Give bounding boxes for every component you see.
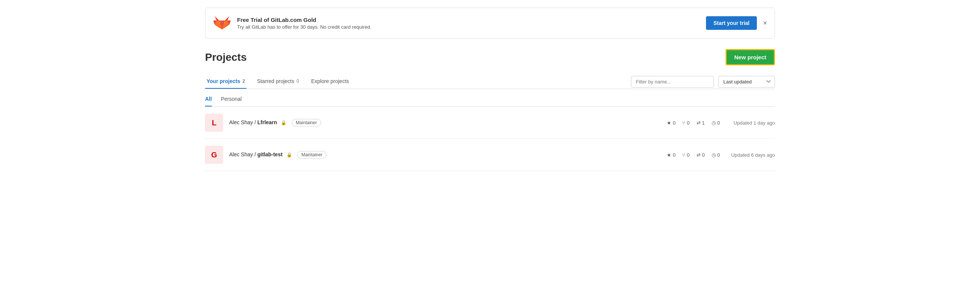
stars-count: 0	[673, 120, 675, 126]
stars-stat: ★ 0	[667, 120, 675, 126]
sub-tab-personal[interactable]: Personal	[221, 94, 242, 106]
start-trial-button[interactable]: Start your trial	[706, 16, 757, 30]
stars-stat: ★ 0	[667, 152, 675, 158]
project-name: Alec Shay / gitlab-test	[229, 151, 284, 157]
tabs-bar: Your projects 2 Starred projects 0 Explo…	[205, 74, 775, 89]
avatar: G	[205, 146, 223, 164]
merge-requests-count: 1	[702, 120, 705, 126]
star-icon: ★	[667, 120, 671, 126]
merge-requests-stat: ⇄ 1	[697, 120, 705, 126]
project-role-badge: Maintainer	[297, 151, 326, 158]
issues-stat: ◷ 0	[712, 152, 720, 158]
filter-input[interactable]	[631, 76, 714, 88]
svg-point-9	[219, 22, 220, 23]
issues-count: 0	[717, 152, 720, 158]
merge-request-icon: ⇄	[697, 120, 701, 126]
banner-title: Free Trial of GitLab.com Gold	[237, 17, 706, 23]
sub-tab-all[interactable]: All	[205, 94, 212, 106]
project-name: Alec Shay / Lfrlearn	[229, 119, 278, 125]
issues-icon: ◷	[712, 152, 716, 158]
tab-explore-projects-label: Explore projects	[311, 78, 348, 84]
page-title: Projects	[205, 51, 247, 63]
banner-close-button[interactable]: ×	[763, 20, 767, 26]
project-stats: ★ 0 ⑂ 0 ⇄ 0 ◷ 0	[667, 152, 720, 158]
project-role-badge: Maintainer	[292, 119, 321, 126]
table-row: L Alec Shay / Lfrlearn 🔒 Maintainer ★ 0 …	[205, 107, 775, 139]
new-project-button[interactable]: New project	[725, 49, 775, 65]
tab-explore-projects[interactable]: Explore projects	[309, 74, 350, 89]
forks-stat: ⑂ 0	[682, 120, 689, 126]
table-row: G Alec Shay / gitlab-test 🔒 Maintainer ★…	[205, 139, 775, 171]
project-repo-name: Lfrlearn	[258, 119, 277, 125]
project-info: Alec Shay / Lfrlearn 🔒 Maintainer	[229, 119, 661, 126]
fork-icon: ⑂	[682, 120, 685, 126]
svg-marker-7	[215, 16, 220, 21]
issues-stat: ◷ 0	[712, 120, 720, 126]
lock-icon: 🔒	[281, 120, 286, 125]
project-updated: Updated 1 day ago	[726, 120, 775, 126]
tab-your-projects-count: 2	[242, 78, 245, 84]
gitlab-logo	[213, 14, 231, 32]
star-icon: ★	[667, 152, 671, 158]
tab-your-projects-label: Your projects	[207, 78, 240, 84]
avatar: L	[205, 114, 223, 132]
issues-icon: ◷	[712, 120, 716, 126]
tab-your-projects[interactable]: Your projects 2	[205, 74, 247, 89]
project-list: L Alec Shay / Lfrlearn 🔒 Maintainer ★ 0 …	[205, 107, 775, 171]
tab-starred-projects-count: 0	[297, 78, 299, 84]
project-owner: Alec Shay	[229, 151, 253, 157]
page-header: Projects New project	[205, 49, 775, 65]
trial-banner: Free Trial of GitLab.com Gold Try all Gi…	[205, 8, 775, 38]
lock-icon: 🔒	[286, 152, 292, 157]
banner-text: Free Trial of GitLab.com Gold Try all Gi…	[237, 17, 706, 30]
tab-starred-projects[interactable]: Starred projects 0	[256, 74, 301, 89]
merge-request-icon: ⇄	[697, 152, 701, 158]
sort-select[interactable]: Last updated Last created Oldest updated…	[718, 76, 775, 88]
stars-count: 0	[673, 152, 675, 158]
fork-icon: ⑂	[682, 152, 685, 158]
forks-stat: ⑂ 0	[682, 152, 689, 158]
merge-requests-count: 0	[702, 152, 705, 158]
project-owner: Alec Shay	[229, 119, 253, 125]
project-separator: /	[255, 151, 258, 157]
project-info: Alec Shay / gitlab-test 🔒 Maintainer	[229, 151, 661, 158]
project-stats: ★ 0 ⑂ 0 ⇄ 1 ◷ 0	[667, 120, 720, 126]
project-repo-name: gitlab-test	[258, 151, 283, 157]
tab-starred-projects-label: Starred projects	[257, 78, 294, 84]
banner-subtitle: Try all GitLab has to offer for 30 days.…	[237, 24, 706, 30]
sub-tabs: All Personal	[205, 89, 775, 107]
forks-count: 0	[687, 120, 689, 126]
svg-marker-8	[225, 16, 229, 21]
svg-point-10	[224, 22, 225, 23]
project-updated: Updated 6 days ago	[726, 152, 775, 158]
issues-count: 0	[717, 120, 720, 126]
forks-count: 0	[687, 152, 689, 158]
merge-requests-stat: ⇄ 0	[697, 152, 705, 158]
project-separator: /	[255, 119, 258, 125]
